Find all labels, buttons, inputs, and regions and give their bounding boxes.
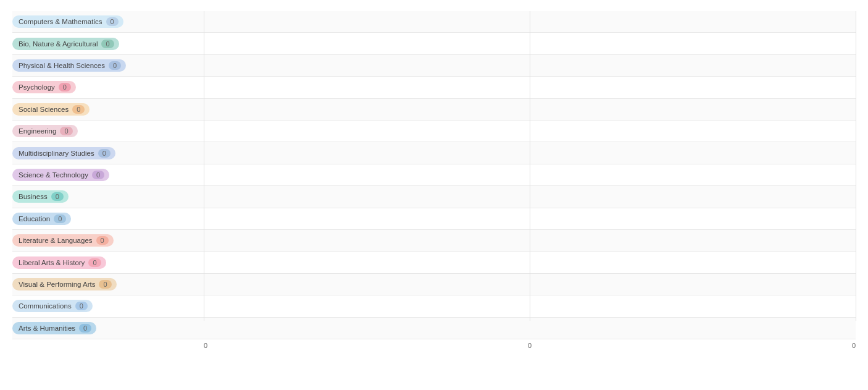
bar-label-area: Bio, Nature & Agricultural 0: [12, 38, 204, 50]
bar-label-area: Engineering 0: [12, 125, 204, 137]
bar-track: [204, 78, 856, 96]
bar-row: Psychology 0: [12, 77, 856, 98]
bar-pill: Multidisciplinary Studies 0: [12, 147, 115, 159]
bar-value-badge: 0: [98, 149, 111, 158]
bar-row: Bio, Nature & Agricultural 0: [12, 33, 856, 54]
bar-value-badge: 0: [99, 280, 111, 289]
bar-label: Literature & Languages: [19, 237, 93, 244]
bar-pill: Bio, Nature & Agricultural 0: [12, 38, 119, 50]
bar-label: Arts & Humanities: [19, 324, 75, 332]
bar-pill: Education 0: [12, 213, 71, 225]
bar-label: Psychology: [19, 83, 55, 91]
bar-track: [204, 210, 856, 228]
bar-value-badge: 0: [109, 61, 121, 70]
bar-row: Science & Technology 0: [12, 164, 856, 186]
bar-track: [204, 166, 856, 184]
bar-pill: Physical & Health Sciences 0: [12, 59, 126, 72]
bar-label-area: Psychology 0: [12, 81, 204, 93]
bar-pill: Business 0: [12, 190, 69, 203]
bar-label: Physical & Health Sciences: [19, 62, 105, 69]
bar-label: Science & Technology: [19, 171, 88, 179]
bar-track: [204, 275, 856, 294]
bar-pill: Science & Technology 0: [12, 169, 109, 181]
bar-track: [204, 34, 856, 53]
bar-label-area: Arts & Humanities 0: [12, 322, 204, 334]
bar-label-area: Physical & Health Sciences 0: [12, 59, 204, 72]
bar-row: Education 0: [12, 208, 856, 230]
bar-label-area: Education 0: [12, 213, 204, 225]
bar-track: [204, 56, 856, 75]
x-axis-label: 0: [421, 342, 638, 349]
bar-label-area: Business 0: [12, 190, 204, 203]
bar-track: [204, 122, 856, 140]
bar-value-badge: 0: [51, 192, 64, 201]
bar-pill: Visual & Performing Arts 0: [12, 278, 117, 290]
grid-line: [856, 11, 856, 321]
bar-label-area: Computers & Mathematics 0: [12, 15, 204, 28]
chart-container: Computers & Mathematics 0 Bio, Nature & …: [0, 0, 868, 390]
bar-label: Engineering: [19, 127, 56, 135]
chart-area: Computers & Mathematics 0 Bio, Nature & …: [12, 11, 856, 339]
bar-track: [204, 12, 856, 31]
bar-value-badge: 0: [92, 171, 104, 179]
bar-track: [204, 143, 856, 162]
bar-label: Education: [19, 215, 50, 223]
bar-label: Bio, Nature & Agricultural: [19, 40, 98, 48]
bar-row: Arts & Humanities 0: [12, 318, 856, 339]
bar-row: Multidisciplinary Studies 0: [12, 142, 856, 164]
bar-value-badge: 0: [60, 127, 72, 135]
bar-label-area: Communications 0: [12, 300, 204, 312]
bar-value-badge: 0: [75, 302, 88, 310]
bar-label: Computers & Mathematics: [19, 18, 102, 25]
bar-pill: Arts & Humanities 0: [12, 322, 96, 334]
bar-label: Multidisciplinary Studies: [19, 150, 94, 157]
bar-value-badge: 0: [96, 236, 109, 245]
bar-value-badge: 0: [101, 40, 114, 48]
bar-value-badge: 0: [88, 258, 101, 267]
bar-label-area: Multidisciplinary Studies 0: [12, 147, 204, 159]
bar-label: Business: [19, 193, 48, 200]
bar-label: Social Sciences: [19, 106, 69, 113]
bar-value-badge: 0: [72, 105, 85, 114]
bar-track: [204, 100, 856, 119]
bar-label-area: Social Sciences 0: [12, 103, 204, 116]
x-axis-label: 0: [638, 342, 856, 349]
bar-row: Engineering 0: [12, 121, 856, 142]
bar-label: Communications: [19, 302, 72, 310]
bar-pill: Engineering 0: [12, 125, 78, 137]
bar-row: Communications 0: [12, 295, 856, 317]
bar-row: Physical & Health Sciences 0: [12, 55, 856, 77]
bar-label: Liberal Arts & History: [19, 259, 85, 266]
bar-track: [204, 187, 856, 206]
bar-row: Liberal Arts & History 0: [12, 252, 856, 273]
bar-row: Visual & Performing Arts 0: [12, 274, 856, 295]
x-axis-label: 0: [204, 342, 421, 349]
bar-pill: Literature & Languages 0: [12, 234, 114, 247]
bar-label-area: Literature & Languages 0: [12, 234, 204, 247]
bar-row: Business 0: [12, 186, 856, 208]
bar-row: Literature & Languages 0: [12, 230, 856, 252]
bar-row: Computers & Mathematics 0: [12, 11, 856, 33]
bar-pill: Liberal Arts & History 0: [12, 256, 106, 269]
bar-value-badge: 0: [79, 324, 91, 333]
bar-pill: Communications 0: [12, 300, 93, 312]
bar-label-area: Visual & Performing Arts 0: [12, 278, 204, 290]
bar-value-badge: 0: [106, 17, 119, 26]
bar-value-badge: 0: [54, 214, 66, 223]
bar-track: [204, 319, 856, 337]
bar-label: Visual & Performing Arts: [19, 281, 95, 288]
bar-track: [204, 231, 856, 250]
bar-label-area: Liberal Arts & History 0: [12, 256, 204, 269]
bar-track: [204, 253, 856, 271]
bar-pill: Psychology 0: [12, 81, 76, 93]
x-axis: 000: [204, 339, 856, 349]
bar-row: Social Sciences 0: [12, 99, 856, 121]
bar-track: [204, 297, 856, 315]
bar-value-badge: 0: [59, 83, 71, 91]
bar-label-area: Science & Technology 0: [12, 169, 204, 181]
bar-pill: Computers & Mathematics 0: [12, 15, 123, 28]
bar-pill: Social Sciences 0: [12, 103, 90, 116]
